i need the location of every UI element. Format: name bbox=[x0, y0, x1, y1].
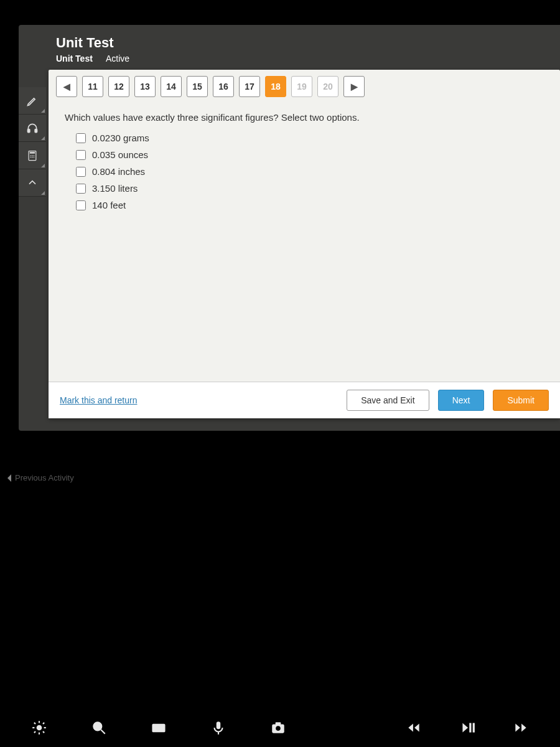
svg-point-9 bbox=[34, 156, 35, 157]
next-button[interactable]: Next bbox=[438, 390, 485, 411]
option-row: 0.804 inches bbox=[76, 166, 544, 177]
option-label: 140 feet bbox=[92, 200, 126, 210]
svg-rect-32 bbox=[276, 722, 281, 725]
svg-point-7 bbox=[30, 156, 32, 157]
svg-rect-3 bbox=[30, 152, 35, 154]
keyboard-icon[interactable] bbox=[151, 720, 167, 736]
option-label: 3.150 liters bbox=[92, 183, 138, 194]
option-label: 0.0230 grams bbox=[92, 133, 149, 143]
pencil-icon[interactable] bbox=[19, 87, 46, 115]
question-num-13[interactable]: 13 bbox=[134, 76, 156, 97]
brightness-icon[interactable] bbox=[31, 720, 47, 736]
option-row: 140 feet bbox=[76, 200, 544, 210]
headphones-icon[interactable] bbox=[19, 115, 46, 142]
question-panel: ◀ 11121314151617181920 ▶ Which values ha… bbox=[49, 70, 560, 418]
save-exit-button[interactable]: Save and Exit bbox=[347, 390, 429, 411]
question-number-list: 11121314151617181920 bbox=[82, 76, 338, 97]
page-subtitle: Unit Test Active bbox=[56, 54, 548, 63]
submit-button[interactable]: Submit bbox=[493, 390, 549, 411]
question-num-12[interactable]: 12 bbox=[108, 76, 129, 97]
svg-rect-33 bbox=[469, 723, 471, 732]
svg-point-8 bbox=[32, 156, 33, 157]
page-title: Unit Test bbox=[56, 35, 548, 51]
mark-return-link[interactable]: Mark this and return bbox=[60, 395, 138, 405]
option-checkbox-4[interactable] bbox=[76, 200, 86, 210]
option-row: 0.035 ounces bbox=[76, 149, 544, 160]
media-bar bbox=[0, 720, 560, 736]
svg-rect-34 bbox=[473, 723, 475, 732]
svg-point-31 bbox=[276, 726, 281, 731]
option-list: 0.0230 grams0.035 ounces0.804 inches3.15… bbox=[65, 133, 544, 210]
option-label: 0.035 ounces bbox=[92, 149, 148, 160]
header: Unit Test Unit Test Active bbox=[19, 25, 560, 70]
question-num-14[interactable]: 14 bbox=[161, 76, 182, 97]
rewind-icon[interactable] bbox=[406, 720, 422, 736]
calculator-icon[interactable] bbox=[19, 142, 46, 169]
option-row: 0.0230 grams bbox=[76, 133, 544, 143]
question-body: Which values have exactly three signific… bbox=[49, 103, 560, 382]
nav-prev-button[interactable]: ◀ bbox=[56, 76, 77, 97]
svg-rect-1 bbox=[35, 129, 37, 132]
svg-point-10 bbox=[37, 725, 42, 731]
question-num-15[interactable]: 15 bbox=[187, 76, 208, 97]
question-prompt: Which values have exactly three signific… bbox=[65, 112, 544, 123]
mic-icon[interactable] bbox=[210, 720, 226, 736]
svg-line-15 bbox=[34, 723, 35, 724]
question-num-16[interactable]: 16 bbox=[213, 76, 234, 97]
question-num-18[interactable]: 18 bbox=[265, 76, 286, 97]
option-checkbox-0[interactable] bbox=[76, 133, 86, 143]
play-pause-icon[interactable] bbox=[459, 720, 475, 736]
svg-point-4 bbox=[30, 155, 32, 156]
option-checkbox-1[interactable] bbox=[76, 150, 86, 160]
question-nav: ◀ 11121314151617181920 ▶ bbox=[49, 70, 560, 103]
svg-line-20 bbox=[101, 730, 105, 734]
tool-sidebar bbox=[19, 87, 46, 197]
nav-next-button[interactable]: ▶ bbox=[343, 76, 365, 97]
camera-icon[interactable] bbox=[270, 720, 286, 736]
svg-rect-28 bbox=[217, 721, 221, 729]
question-num-19[interactable]: 19 bbox=[291, 76, 312, 97]
option-checkbox-2[interactable] bbox=[76, 167, 86, 177]
question-num-20[interactable]: 20 bbox=[317, 76, 338, 97]
svg-point-19 bbox=[93, 722, 101, 730]
question-num-11[interactable]: 11 bbox=[82, 76, 103, 97]
app-window: Unit Test Unit Test Active ◀ 11121314151… bbox=[19, 25, 560, 431]
svg-line-17 bbox=[34, 731, 35, 733]
option-label: 0.804 inches bbox=[92, 166, 145, 177]
option-checkbox-3[interactable] bbox=[76, 184, 86, 194]
svg-line-16 bbox=[43, 731, 44, 733]
collapse-icon[interactable] bbox=[19, 169, 46, 197]
question-num-17[interactable]: 17 bbox=[239, 76, 260, 97]
previous-activity-link[interactable]: Previous Activity bbox=[4, 473, 74, 482]
svg-point-5 bbox=[32, 155, 33, 156]
forward-icon[interactable] bbox=[513, 720, 529, 736]
svg-rect-0 bbox=[28, 129, 30, 132]
svg-point-6 bbox=[34, 155, 35, 156]
search-icon[interactable] bbox=[91, 720, 107, 736]
chevron-left-icon bbox=[4, 474, 11, 482]
question-footer: Mark this and return Save and Exit Next … bbox=[49, 382, 560, 418]
svg-line-18 bbox=[43, 723, 44, 724]
svg-rect-21 bbox=[152, 725, 165, 732]
option-row: 3.150 liters bbox=[76, 183, 544, 194]
